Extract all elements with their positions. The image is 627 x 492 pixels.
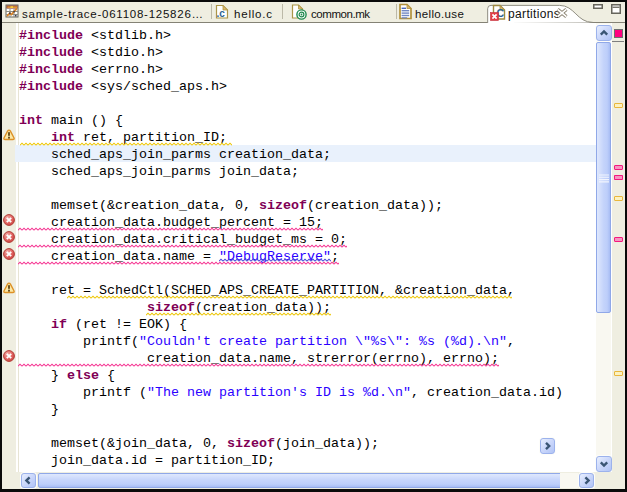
svg-text:.c: .c xyxy=(217,8,226,19)
